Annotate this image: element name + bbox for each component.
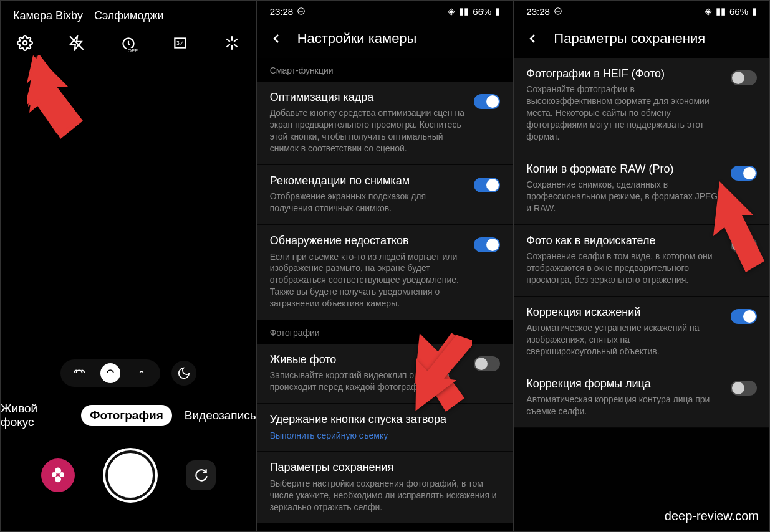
- dnd-icon: [554, 7, 562, 16]
- row-motion-photos[interactable]: Живые фото Записывайте короткий видеокли…: [257, 344, 513, 404]
- settings-header: Настройки камеры: [257, 19, 513, 58]
- camera-toolbar: OFF 3:4: [1, 29, 256, 57]
- zoom-ultrawide-icon[interactable]: [69, 363, 89, 383]
- camera-top-tabs: Камера Bixby Сэлфимоджи: [1, 1, 256, 29]
- section-video: Видео: [257, 523, 513, 532]
- status-bar: 23:28 ◈ ▮▮ 66% ▮: [514, 1, 769, 19]
- row-title: Коррекция искажений: [526, 305, 722, 320]
- toggle-distortion[interactable]: [731, 309, 757, 324]
- gear-icon[interactable]: [17, 35, 33, 51]
- toggle-flaw-detection[interactable]: [474, 237, 500, 252]
- svg-line-9: [226, 44, 229, 47]
- night-mode-icon[interactable]: [171, 361, 196, 386]
- battery-icon: ▮: [495, 6, 500, 17]
- toggle-raw[interactable]: [731, 166, 757, 181]
- filters-icon[interactable]: [224, 35, 240, 51]
- battery-icon: ▮: [752, 6, 757, 17]
- battery-text: 66%: [729, 6, 748, 17]
- back-icon[interactable]: [525, 31, 540, 46]
- section-smart: Смарт-функции: [257, 58, 513, 82]
- shutter-row: [1, 450, 256, 500]
- signal-icon: ▮▮: [716, 6, 726, 17]
- dnd-icon: [297, 7, 306, 16]
- back-icon[interactable]: [269, 31, 284, 46]
- toggle-heif[interactable]: [731, 70, 757, 85]
- row-sub: Сохранение снимков, сделанных в професси…: [526, 179, 722, 214]
- camera-app: Камера Bixby Сэлфимоджи OFF 3:4: [0, 0, 257, 532]
- toggle-scene-optimizer[interactable]: [474, 94, 500, 109]
- section-photos: Фотографии: [257, 320, 513, 344]
- settings-header: Параметры сохранения: [514, 19, 769, 58]
- row-sub: Сохранение селфи в том виде, в котором о…: [526, 250, 722, 286]
- svg-line-8: [234, 44, 237, 47]
- shutter-button[interactable]: [105, 450, 155, 500]
- row-title: Копии в формате RAW (Pro): [526, 162, 722, 176]
- svg-line-7: [226, 39, 229, 42]
- watermark: deep-review.com: [665, 509, 759, 523]
- svg-line-10: [234, 39, 237, 42]
- svg-text:3:4: 3:4: [176, 40, 184, 46]
- row-flaw-detection[interactable]: Обнаружение недостатков Если при съемке …: [257, 225, 513, 320]
- annotation-arrow-2b: [412, 331, 472, 418]
- row-title: Коррекция формы лица: [526, 377, 722, 391]
- row-title: Обнаружение недостатков: [270, 234, 466, 248]
- timer-off-icon[interactable]: OFF: [120, 35, 137, 51]
- row-shot-suggestions[interactable]: Рекомендации по снимкам Отображение экра…: [257, 165, 513, 225]
- row-sub: Если при съемке кто-то из людей моргает …: [270, 251, 466, 310]
- mode-selector: Живой фокус Фотография Видеозапись: [1, 402, 256, 429]
- page-title: Параметры сохранения: [554, 31, 705, 47]
- row-title: Оптимизация кадра: [270, 90, 466, 105]
- signal-icon: ▮▮: [459, 6, 469, 17]
- wifi-icon: ◈: [448, 6, 455, 17]
- tab-bixby[interactable]: Камера Bixby: [13, 9, 83, 22]
- row-scene-optimizer[interactable]: Оптимизация кадра Добавьте кнопку средст…: [257, 82, 513, 165]
- mode-live-focus[interactable]: Живой фокус: [1, 402, 69, 429]
- tab-selfiemoji[interactable]: Сэлфимоджи: [94, 9, 164, 22]
- row-sub: Отображение экранных подсказок для получ…: [270, 191, 466, 214]
- row-title: Фотографии в HEIF (Фото): [526, 67, 722, 81]
- camera-settings: 23:28 ◈ ▮▮ 66% ▮ Настройки камеры Смарт-…: [257, 0, 514, 532]
- row-sub: Автоматическое устранение искажений на и…: [526, 322, 722, 358]
- row-heif[interactable]: Фотографии в HEIF (Фото) Сохраняйте фото…: [514, 58, 769, 153]
- switch-camera-icon[interactable]: [186, 460, 216, 490]
- status-time: 23:28: [526, 6, 550, 17]
- svg-point-0: [23, 41, 27, 45]
- row-sub: Добавьте кнопку средства оптимизации сце…: [270, 107, 466, 154]
- zoom-controls: [1, 359, 256, 387]
- wifi-icon: ◈: [705, 6, 712, 17]
- row-distortion-correction[interactable]: Коррекция искажений Автоматическое устра…: [514, 297, 769, 368]
- zoom-wide-icon[interactable]: [100, 363, 120, 383]
- row-face-shape-correction[interactable]: Коррекция формы лица Автоматическая корр…: [514, 368, 769, 428]
- row-sub: Сохраняйте фотографии в высокоэффективно…: [526, 83, 722, 142]
- row-title: Фото как в видоискателе: [526, 234, 722, 248]
- row-save-options[interactable]: Параметры сохранения Выберите настройки …: [257, 452, 513, 523]
- toggle-motion-photos[interactable]: [474, 356, 500, 371]
- row-title: Параметры сохранения: [270, 460, 501, 475]
- mode-photo[interactable]: Фотография: [81, 405, 172, 426]
- row-sub: Выполнить серийную съемку: [270, 430, 501, 442]
- annotation-arrow-3: [708, 181, 764, 275]
- flash-off-icon[interactable]: [69, 35, 85, 51]
- row-sub: Автоматическая коррекция контура лица пр…: [526, 394, 722, 417]
- mode-video[interactable]: Видеозапись: [185, 409, 256, 422]
- status-bar: 23:28 ◈ ▮▮ 66% ▮: [257, 1, 513, 19]
- aspect-ratio-icon[interactable]: 3:4: [172, 35, 188, 51]
- row-sub: Выберите настройки сохранения фотографий…: [270, 478, 501, 513]
- status-time: 23:28: [270, 6, 294, 17]
- annotation-arrow-1: [27, 55, 89, 143]
- toggle-shot-suggestions[interactable]: [474, 178, 500, 192]
- row-title: Рекомендации по снимкам: [270, 174, 466, 188]
- page-title: Настройки камеры: [297, 31, 417, 47]
- row-hold-shutter[interactable]: Удержание кнопки спуска затвора Выполнит…: [257, 404, 513, 452]
- zoom-tele-icon[interactable]: [132, 363, 152, 383]
- battery-text: 66%: [473, 6, 491, 17]
- toggle-face-shape[interactable]: [731, 381, 757, 396]
- save-options-screen: 23:28 ◈ ▮▮ 66% ▮ Параметры сохранения Фо…: [513, 0, 770, 532]
- gallery-thumbnail[interactable]: [41, 458, 75, 492]
